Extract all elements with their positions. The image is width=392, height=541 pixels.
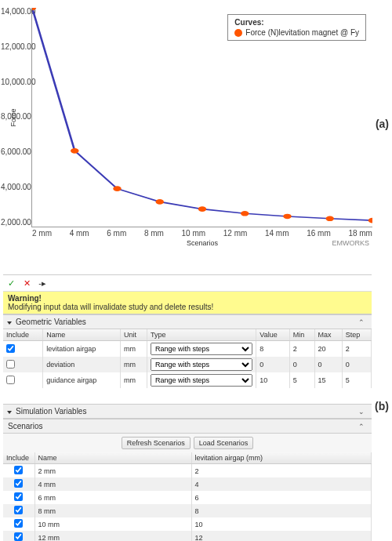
scenario-name: 4 mm <box>34 477 191 491</box>
value-cell[interactable]: 0 <box>256 357 289 372</box>
y-tick-label: 12,000.00 <box>1 43 31 51</box>
watermark: EMWORKS <box>332 239 369 247</box>
type-cell: Range with steps <box>147 357 256 372</box>
table-row: 4 mm4 <box>3 477 372 491</box>
x-tick-label: 6 mm <box>107 229 126 238</box>
step-cell[interactable]: 2 <box>342 341 371 358</box>
type-select[interactable]: Range with steps <box>151 358 252 371</box>
x-tick-label: 14 mm <box>265 229 289 238</box>
scenario-name: 12 mm <box>34 531 191 541</box>
unit-cell: mm <box>121 372 147 388</box>
column-header[interactable]: Value <box>256 329 289 341</box>
section-title: Simulation Variables <box>16 407 86 416</box>
scenario-value: 2 <box>191 464 372 478</box>
y-tick-label: 14,000.00 <box>1 8 31 16</box>
refresh-scenarios-button[interactable]: Refresh Scenarios <box>122 437 191 449</box>
pin-icon[interactable]: -▸ <box>36 277 49 289</box>
step-cell[interactable]: 0 <box>342 357 371 372</box>
column-header[interactable]: Name <box>34 452 191 464</box>
legend-series-label: Force (N)levitation magnet @ Fy <box>245 28 359 37</box>
type-cell: Range with steps <box>147 372 256 388</box>
table-row: levitation airgapmmRange with steps82202 <box>3 341 372 358</box>
subfigure-label-b: (b) <box>375 400 389 412</box>
type-cell: Range with steps <box>147 341 256 358</box>
column-header[interactable]: Max <box>314 329 342 341</box>
column-header[interactable]: Include <box>3 329 43 341</box>
x-tick-label: 8 mm <box>144 229 164 238</box>
value-cell[interactable]: 8 <box>256 341 289 358</box>
y-tick-label: 2,000.00 <box>1 219 31 227</box>
load-scenarios-button[interactable]: Load Scenarios <box>194 437 254 449</box>
include-cell <box>3 372 43 388</box>
section-title: Geometric Variables <box>16 318 86 326</box>
scenario-name: 2 mm <box>34 464 191 478</box>
chevron-up-icon[interactable]: ⌃ <box>356 318 367 326</box>
column-header[interactable]: Min <box>289 329 314 341</box>
scenario-value: 10 <box>191 517 372 531</box>
include-cell <box>3 357 43 372</box>
section-simulation-variables[interactable]: Simulation Variables ⌄ <box>3 404 372 419</box>
scenario-name: 8 mm <box>34 504 191 517</box>
include-checkbox[interactable] <box>14 492 23 501</box>
table-row: 2 mm2 <box>3 464 372 478</box>
column-header[interactable]: Include <box>3 452 34 464</box>
data-point <box>198 206 206 212</box>
column-header[interactable]: levitation airgap (mm) <box>191 452 372 464</box>
include-checkbox[interactable] <box>6 360 15 369</box>
section-geometric-variables[interactable]: Geometric Variables ⌃ <box>3 314 372 329</box>
column-header[interactable]: Name <box>43 329 121 341</box>
min-cell[interactable]: 5 <box>289 372 314 388</box>
data-point <box>71 148 78 154</box>
include-checkbox[interactable] <box>14 506 23 514</box>
include-checkbox[interactable] <box>14 519 23 528</box>
chevron-up-icon[interactable]: ⌃ <box>356 423 367 430</box>
chart-plot-area: Curves: Force (N)levitation magnet @ Fy … <box>31 8 372 227</box>
max-cell[interactable]: 0 <box>314 357 342 372</box>
warning-title: Warning! <box>8 294 367 303</box>
series-marker-icon <box>234 29 242 37</box>
max-cell[interactable]: 20 <box>314 341 342 358</box>
x-tick-label: 18 mm <box>348 229 372 238</box>
include-checkbox[interactable] <box>14 532 23 541</box>
scenario-name: 10 mm <box>34 517 191 531</box>
x-axis-ticks: 2 mm4 mm6 mm8 mm10 mm12 mm14 mm16 mm18 m… <box>32 229 372 238</box>
cancel-icon[interactable]: ✕ <box>20 277 33 289</box>
include-cell <box>3 477 34 491</box>
scenario-value: 12 <box>191 531 372 541</box>
include-checkbox[interactable] <box>14 479 23 488</box>
x-tick-label: 10 mm <box>182 229 206 238</box>
max-cell[interactable]: 15 <box>314 372 342 388</box>
collapse-icon <box>8 318 13 326</box>
subfigure-label-a: (a) <box>376 118 389 130</box>
chart-container: Curves: Force (N)levitation magnet @ Fy … <box>0 0 392 251</box>
collapse-icon <box>8 407 13 416</box>
include-checkbox[interactable] <box>6 344 15 353</box>
include-cell <box>3 341 43 358</box>
legend-title: Curves: <box>234 18 359 27</box>
include-cell <box>3 504 34 517</box>
min-cell[interactable]: 0 <box>289 357 314 372</box>
unit-cell: mm <box>121 341 147 358</box>
y-tick-label: 4,000.00 <box>1 183 31 191</box>
min-cell[interactable]: 2 <box>289 341 314 358</box>
table-row: 10 mm10 <box>3 517 372 531</box>
include-cell <box>3 464 34 478</box>
type-select[interactable]: Range with steps <box>151 343 252 355</box>
table-row: 8 mm8 <box>3 504 372 517</box>
ok-icon[interactable]: ✓ <box>5 277 17 289</box>
table-row: 12 mm12 <box>3 531 372 541</box>
type-select[interactable]: Range with steps <box>151 374 252 387</box>
unit-cell: mm <box>121 357 147 372</box>
value-cell[interactable]: 10 <box>256 372 289 388</box>
chevron-down-icon[interactable]: ⌄ <box>356 408 367 416</box>
step-cell[interactable]: 5 <box>342 372 371 388</box>
include-checkbox[interactable] <box>14 466 23 474</box>
column-header[interactable]: Step <box>342 329 371 341</box>
column-header[interactable]: Type <box>147 329 256 341</box>
data-point <box>156 199 164 205</box>
column-header[interactable]: Unit <box>121 329 147 341</box>
data-point <box>368 218 372 223</box>
x-tick-label: 12 mm <box>223 229 248 238</box>
include-checkbox[interactable] <box>6 376 15 384</box>
section-scenarios[interactable]: Scenarios ⌃ <box>3 419 372 434</box>
